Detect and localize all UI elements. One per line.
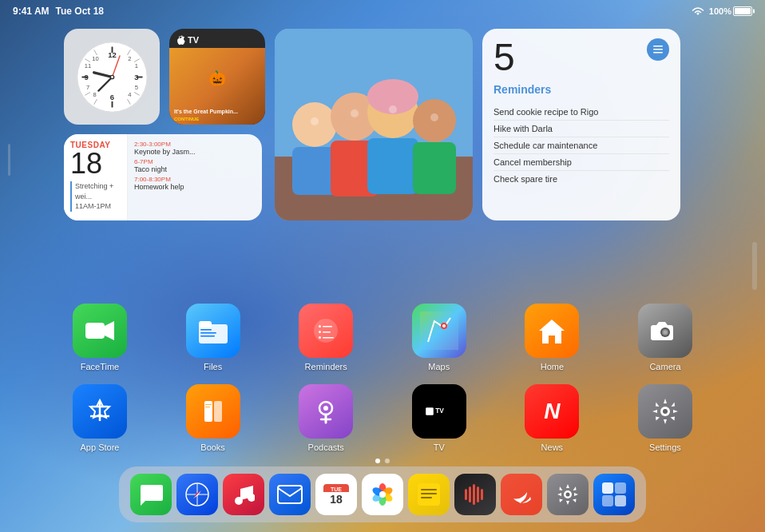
app-books[interactable]: Books (177, 384, 249, 452)
reminder-item-5: Check spare tire (493, 171, 669, 187)
dock-settings[interactable] (547, 474, 589, 515)
reminders-count: 5 (493, 38, 515, 77)
dock-simulator[interactable] (593, 474, 635, 515)
photo-widget[interactable] (275, 29, 473, 220)
cal-event3: 6-7PM Taco night (134, 158, 256, 173)
svg-rect-116 (602, 495, 613, 506)
svg-text:6: 6 (109, 93, 113, 101)
apple-logo-icon (176, 35, 185, 45)
camera-label: Camera (649, 362, 680, 371)
widgets-area: 12 6 3 9 2 10 4 8 1 11 5 7 (64, 29, 701, 220)
app-tv[interactable]: TV TV (403, 384, 475, 452)
calendar-left: TUESDAY 18 Stretching + wei... 11AM-1PM (64, 134, 128, 220)
apple-tv-widget[interactable]: TV 🎃 It's the Great Pumpkin... CONTINUE (169, 29, 265, 125)
page-dots (375, 459, 390, 463)
app-maps[interactable]: Maps (403, 304, 475, 371)
dock: 18 TUE (119, 466, 646, 522)
svg-point-88 (235, 497, 243, 505)
svg-rect-109 (473, 484, 475, 505)
books-icon (186, 384, 240, 439)
people-photo (275, 29, 473, 220)
tv-continue: CONTINUE (174, 117, 260, 121)
svg-rect-61 (323, 337, 334, 339)
svg-rect-46 (653, 49, 663, 50)
reminders-header: 5 (493, 38, 669, 77)
reminder-item-4: Cancel membership (493, 154, 669, 171)
dock-voice-memos[interactable] (454, 474, 496, 515)
svg-rect-38 (367, 138, 418, 194)
notes-icon (417, 482, 441, 506)
files-label: Files (204, 362, 222, 371)
svg-rect-58 (319, 331, 321, 333)
appstore-label: App Store (81, 443, 120, 452)
side-button (8, 144, 10, 176)
dock-music[interactable] (223, 474, 264, 515)
dock-calendar[interactable]: 18 TUE (315, 474, 357, 515)
app-camera[interactable]: Camera (629, 304, 701, 371)
reminders-widget[interactable]: 5 Reminders Send cookie recipe to Rigo H… (482, 29, 680, 220)
svg-point-29 (111, 76, 113, 78)
news-label: News (541, 443, 564, 452)
app-grid: FaceTime Files (0, 304, 765, 452)
files-icon (186, 304, 240, 358)
svg-rect-51 (199, 321, 212, 328)
svg-rect-47 (653, 52, 663, 54)
app-files[interactable]: Files (177, 304, 249, 371)
app-settings[interactable]: Settings (629, 384, 701, 452)
podcasts-svg (311, 397, 340, 426)
app-appstore[interactable]: App Store (64, 384, 136, 452)
svg-point-102 (379, 491, 386, 498)
books-svg (200, 398, 227, 425)
appstore-icon (73, 384, 127, 439)
facetime-icon (73, 304, 127, 358)
cal-event4: 7:00-8:30PM Homework help (134, 176, 256, 191)
svg-point-41 (311, 117, 319, 125)
wifi-icon (692, 6, 704, 16)
tv-logo: TV (169, 29, 265, 48)
svg-rect-115 (615, 482, 626, 494)
reminder-item-2: Hike with Darla (493, 121, 669, 137)
reminders-app-label: Reminders (305, 362, 347, 371)
camera-icon (638, 304, 692, 358)
svg-point-113 (566, 493, 570, 497)
svg-rect-73 (214, 401, 222, 422)
page-dot-1[interactable] (375, 459, 380, 463)
home-button[interactable] (752, 242, 757, 290)
svg-rect-104 (421, 489, 437, 490)
books-label: Books (200, 443, 225, 452)
svg-text:9: 9 (84, 73, 88, 81)
app-podcasts[interactable]: Podcasts (290, 384, 362, 452)
music-icon (232, 482, 255, 506)
app-facetime[interactable]: FaceTime (64, 304, 136, 371)
dock-photos[interactable] (362, 474, 403, 515)
calendar-widget[interactable]: TUESDAY 18 Stretching + wei... 11AM-1PM … (64, 134, 262, 220)
dock-messages[interactable] (130, 474, 172, 515)
svg-rect-114 (602, 482, 613, 494)
dock-mail[interactable] (269, 474, 311, 515)
svg-rect-45 (653, 46, 663, 47)
svg-text:TV: TV (435, 407, 444, 415)
svg-rect-111 (481, 489, 483, 500)
svg-text:10: 10 (92, 54, 98, 62)
page-dot-2[interactable] (385, 459, 390, 463)
svg-rect-59 (323, 332, 331, 333)
reminders-label: Reminders (493, 83, 669, 96)
settings-label: Settings (649, 443, 681, 452)
dock-notes[interactable] (408, 474, 450, 515)
calendar-right: 2:30-3:00PM Keynote by Jasm... 6-7PM Tac… (128, 134, 262, 220)
maps-icon (412, 304, 466, 358)
svg-rect-106 (421, 497, 432, 498)
app-home[interactable]: Home (516, 304, 588, 371)
calendar-icon: 18 TUE (323, 481, 350, 508)
svg-point-68 (663, 331, 667, 335)
dock-safari[interactable] (176, 474, 218, 515)
dock-swift[interactable] (501, 474, 542, 515)
app-news[interactable]: N News (516, 384, 588, 452)
svg-point-43 (389, 105, 397, 113)
clock-face: 12 6 3 9 2 10 4 8 1 11 5 7 (74, 39, 150, 115)
clock-widget[interactable]: 12 6 3 9 2 10 4 8 1 11 5 7 (64, 29, 160, 125)
svg-rect-40 (413, 142, 456, 194)
app-reminders[interactable]: Reminders (290, 304, 362, 371)
svg-text:7: 7 (85, 83, 89, 90)
svg-point-77 (323, 406, 328, 411)
